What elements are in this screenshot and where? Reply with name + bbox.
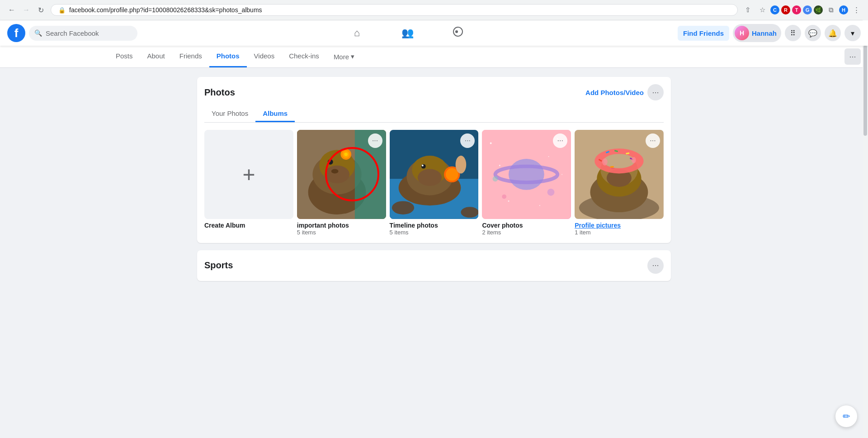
svg-point-25 <box>392 201 414 214</box>
browser-actions: ⇧ ☆ C R T G 🌿 ⧉ H ⋮ <box>741 4 863 16</box>
svg-point-20 <box>421 164 425 169</box>
chevron-down-icon: ▾ <box>351 52 354 61</box>
tab-more[interactable]: More ▾ <box>326 46 362 67</box>
forward-button[interactable]: → <box>20 4 33 16</box>
share-button[interactable]: ⇧ <box>741 4 754 16</box>
photos-card-header: Photos Add Photos/Video ··· <box>204 84 664 100</box>
tab-about[interactable]: About <box>140 46 172 67</box>
svg-point-23 <box>446 168 458 181</box>
logo-text: f <box>14 26 19 40</box>
cover-photos-name: Cover photos <box>482 222 571 229</box>
watch-nav-button[interactable] <box>433 22 483 44</box>
tab-videos[interactable]: Videos <box>247 46 282 67</box>
sports-options-button[interactable]: ··· <box>647 257 664 274</box>
photos-title: Photos <box>204 87 235 98</box>
tab-posts[interactable]: Posts <box>108 46 140 67</box>
tabs-more-button[interactable]: ··· <box>844 48 861 65</box>
svg-point-40 <box>493 176 498 181</box>
address-bar[interactable]: 🔒 facebook.com/profile.php?id=1000800262… <box>51 4 738 16</box>
svg-point-24 <box>455 156 466 173</box>
more-options-button[interactable]: ⋮ <box>850 4 863 16</box>
albums-grid: + Create Album <box>204 130 664 236</box>
photos-options-button[interactable]: ··· <box>647 84 664 100</box>
create-album-item[interactable]: + Create Album <box>204 130 293 236</box>
home-nav-button[interactable]: ⌂ <box>331 22 382 44</box>
avatar-text: H <box>740 29 744 37</box>
friends-icon: 👥 <box>401 27 414 39</box>
sports-card-header: Sports ··· <box>204 257 664 274</box>
search-bar[interactable]: 🔍 Search Facebook <box>29 26 137 41</box>
photo-subtabs: Your Photos Albums <box>204 106 664 123</box>
apps-grid-button[interactable]: ⠿ <box>785 25 801 41</box>
facebook-logo[interactable]: f <box>7 24 25 42</box>
ext-red-icon[interactable]: R <box>781 5 790 14</box>
svg-point-8 <box>329 160 330 162</box>
svg-point-58 <box>632 157 636 163</box>
cover-photos-album[interactable]: ··· Cover photos 2 items <box>482 130 571 236</box>
svg-point-39 <box>502 195 507 199</box>
profile-pictures-count: 1 item <box>575 229 664 236</box>
messenger-button[interactable]: 💬 <box>805 25 821 41</box>
timeline-photos-name: Timeline photos <box>390 222 479 229</box>
svg-point-31 <box>499 165 500 166</box>
url-text: facebook.com/profile.php?id=100080026268… <box>69 6 262 14</box>
tab-checkins[interactable]: Check-ins <box>282 46 326 67</box>
friends-nav-button[interactable]: 👥 <box>382 22 433 44</box>
ext-translate-icon[interactable]: G <box>803 5 812 14</box>
lock-icon: 🔒 <box>58 7 66 14</box>
user-name-label: Hannah <box>752 29 777 37</box>
user-avatar: H <box>735 26 749 40</box>
subtab-albums[interactable]: Albums <box>255 106 295 122</box>
split-view-button[interactable]: ⧉ <box>825 4 837 16</box>
create-album-thumb: + <box>204 130 293 219</box>
ext-pink-icon[interactable]: T <box>792 5 801 14</box>
important-photos-album[interactable]: ··· important photos 5 items <box>297 130 386 236</box>
important-photos-menu[interactable]: ··· <box>368 133 382 148</box>
profile-pictures-menu[interactable]: ··· <box>646 133 660 148</box>
photos-header-actions: Add Photos/Video ··· <box>585 84 664 100</box>
search-icon: 🔍 <box>34 29 42 37</box>
svg-point-38 <box>547 189 555 196</box>
profile-nav-tabs: Posts About Friends Photos Videos Check-… <box>0 46 868 68</box>
profile-pictures-name: Profile pictures <box>575 222 664 229</box>
reload-button[interactable]: ↻ <box>34 4 47 16</box>
notifications-button[interactable]: 🔔 <box>825 25 841 41</box>
create-album-label: Create Album <box>204 222 293 229</box>
cover-photos-menu[interactable]: ··· <box>553 133 567 148</box>
find-friends-button[interactable]: Find Friends <box>678 26 729 41</box>
tab-photos[interactable]: Photos <box>209 46 247 67</box>
svg-point-34 <box>539 205 540 206</box>
scrollbar-thumb[interactable] <box>863 45 867 136</box>
svg-point-21 <box>421 165 423 167</box>
svg-point-12 <box>344 152 348 156</box>
back-button[interactable]: ← <box>5 4 18 16</box>
cover-photos-count: 2 items <box>482 229 571 236</box>
svg-point-9 <box>331 169 339 174</box>
svg-point-7 <box>328 159 333 165</box>
svg-point-1 <box>455 30 458 33</box>
ext-profile-icon[interactable]: H <box>839 5 848 14</box>
bookmark-button[interactable]: ☆ <box>756 4 769 16</box>
svg-point-19 <box>418 169 442 186</box>
tab-friends[interactable]: Friends <box>172 46 209 67</box>
sports-card: Sports ··· <box>197 250 671 281</box>
add-photos-button[interactable]: Add Photos/Video <box>585 89 644 96</box>
ext-chrome-icon[interactable]: C <box>770 5 779 14</box>
subtab-your-photos[interactable]: Your Photos <box>204 106 255 122</box>
home-icon: ⌂ <box>354 27 360 39</box>
header-right: Find Friends H Hannah ⠿ 💬 🔔 ▾ <box>678 24 861 42</box>
timeline-photos-thumb: ··· <box>390 130 479 219</box>
svg-point-30 <box>548 156 549 157</box>
user-profile-button[interactable]: H Hannah <box>733 24 781 42</box>
important-photos-name: important photos <box>297 222 386 229</box>
nav-buttons: ← → ↻ <box>5 4 47 16</box>
timeline-photos-album[interactable]: ··· Timeline photos 5 items <box>390 130 479 236</box>
account-menu-button[interactable]: ▾ <box>844 25 861 41</box>
svg-point-57 <box>602 158 608 166</box>
svg-point-50 <box>604 154 635 168</box>
ext-dark-icon[interactable]: 🌿 <box>814 5 823 14</box>
important-photos-count: 5 items <box>297 229 386 236</box>
facebook-header: f 🔍 Search Facebook ⌂ 👥 Find Friends H <box>0 20 868 46</box>
create-album-placeholder: + <box>204 130 293 219</box>
profile-pictures-album[interactable]: ··· Profile pictures 1 item <box>575 130 664 236</box>
